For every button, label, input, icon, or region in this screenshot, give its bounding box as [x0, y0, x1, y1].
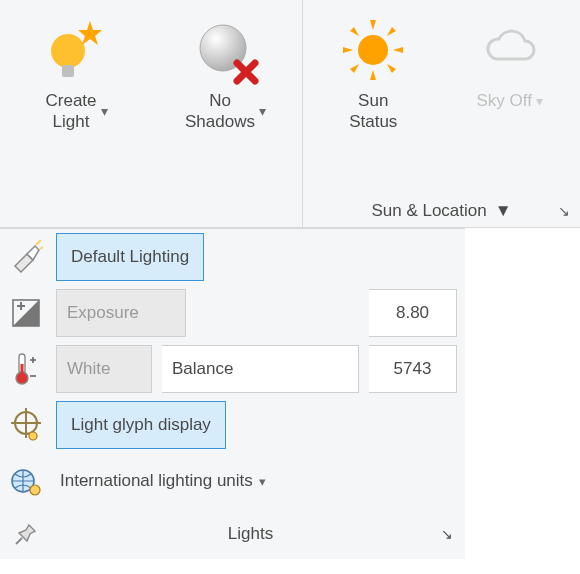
exposure-field-label: Exposure [56, 289, 186, 337]
svg-line-22 [16, 538, 22, 544]
chevron-down-icon: ▾ [536, 93, 543, 109]
svg-marker-5 [370, 70, 376, 80]
intl-units-label: International lighting units [60, 471, 253, 491]
svg-marker-11 [387, 64, 396, 73]
light-bulb-icon [40, 15, 114, 85]
ribbon-group-sun-location: Sun Status Sky Off ▾ Sun & Location ▼ ↘ [303, 0, 580, 227]
svg-marker-9 [387, 27, 396, 36]
svg-marker-4 [370, 20, 376, 30]
light-glyph-display-button[interactable]: Light glyph display [56, 401, 226, 449]
default-lighting-button[interactable]: Default Lighting [56, 233, 204, 281]
white-balance-field-label-b: Balance [162, 345, 359, 393]
default-lighting-label: Default Lighting [71, 247, 189, 267]
create-light-button[interactable]: Create Light ▾ [2, 4, 151, 227]
chevron-down-icon: ▾ [259, 474, 266, 489]
panel-caption: Lights [46, 524, 455, 544]
svg-point-0 [51, 34, 85, 68]
svg-marker-6 [343, 47, 353, 53]
sphere-x-icon [189, 15, 263, 85]
no-shadows-button[interactable]: No Shadows ▾ [151, 4, 300, 227]
content-area [465, 228, 580, 574]
create-light-label: Create Light [45, 90, 96, 133]
pin-button[interactable] [6, 521, 46, 547]
panel-expand-icon[interactable]: ↘ [558, 203, 570, 219]
globe-light-icon [9, 464, 43, 498]
flashlight-icon [9, 240, 43, 274]
chevron-down-icon: ▾ [101, 103, 108, 119]
light-glyph-icon [9, 408, 43, 442]
svg-rect-15 [21, 364, 24, 374]
svg-point-3 [358, 35, 388, 65]
svg-point-21 [30, 485, 40, 495]
ribbon-group-lights: Create Light ▾ [0, 0, 303, 227]
group-caption-label: Sun & Location [371, 201, 486, 221]
sun-icon [340, 17, 406, 83]
thermometer-icon [10, 352, 42, 386]
svg-point-19 [29, 432, 37, 440]
cloud-icon [477, 17, 543, 83]
svg-rect-1 [62, 65, 74, 77]
svg-marker-10 [350, 64, 359, 73]
sky-off-label: Sky Off [477, 90, 532, 111]
svg-marker-7 [393, 47, 403, 53]
no-shadows-label: No Shadows [185, 90, 255, 133]
lights-panel: Default Lighting Exposure 8.80 [0, 228, 465, 559]
sky-off-button[interactable]: Sky Off ▾ [442, 4, 579, 195]
panel-expand-icon[interactable]: ↘ [441, 526, 453, 542]
sun-status-button[interactable]: Sun Status [305, 4, 442, 195]
chevron-down-icon[interactable]: ▼ [495, 201, 512, 221]
chevron-down-icon: ▾ [259, 103, 266, 119]
international-lighting-units-button[interactable]: International lighting units ▾ [56, 457, 457, 505]
exposure-value[interactable]: 8.80 [369, 289, 457, 337]
light-glyph-label: Light glyph display [71, 415, 211, 435]
exposure-icon [10, 297, 42, 329]
white-balance-field-label-a: White [56, 345, 152, 393]
sun-status-label: Sun Status [349, 90, 397, 133]
white-balance-value[interactable]: 5743 [369, 345, 457, 393]
pin-icon [13, 521, 39, 547]
svg-marker-8 [350, 27, 359, 36]
panel-footer: Lights ↘ [0, 509, 465, 559]
